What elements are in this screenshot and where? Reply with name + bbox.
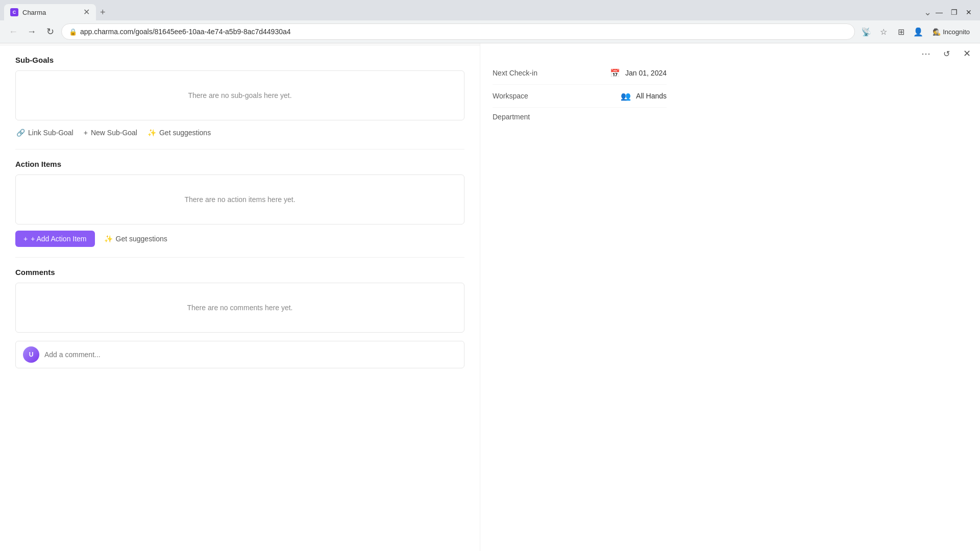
lock-icon: 🔒 — [69, 28, 77, 36]
workspace-value-container: 👥 All Hands — [620, 90, 667, 102]
action-items-title: Action Items — [15, 160, 464, 168]
forward-button[interactable]: → — [24, 24, 39, 39]
plus-icon: + — [84, 129, 88, 137]
action-items-suggestions-button[interactable]: ✨ Get suggestions — [103, 233, 168, 245]
reload-button[interactable]: ↻ — [43, 24, 57, 39]
workspace-label: Workspace — [493, 92, 528, 100]
close-icon: ✕ — [963, 48, 971, 59]
next-checkin-value-container: 📅 Jan 01, 2024 — [609, 67, 667, 79]
action-sparkle-icon: ✨ — [104, 235, 113, 243]
workspace-icon: 👥 — [620, 90, 632, 102]
next-checkin-label: Next Check-in — [493, 69, 537, 77]
incognito-label: Incognito — [943, 28, 970, 36]
profile-icon[interactable]: 👤 — [911, 24, 925, 39]
new-subgoal-button[interactable]: + New Sub-Goal — [83, 127, 138, 139]
tab-favicon: C — [10, 8, 18, 16]
comments-title: Comments — [15, 268, 464, 277]
cast-icon[interactable]: 📡 — [859, 24, 873, 39]
workspace-row: Workspace 👥 All Hands — [493, 85, 667, 108]
tab-menu-button[interactable]: ⌄ — [924, 7, 932, 18]
right-sidebar: Next Check-in 📅 Jan 01, 2024 Workspace 👥… — [480, 43, 679, 551]
calendar-icon: 📅 — [609, 67, 621, 79]
minimize-button[interactable]: — — [932, 6, 947, 18]
comments-empty-message: There are no comments here yet. — [187, 304, 293, 312]
panel-close-button[interactable]: ✕ — [959, 45, 975, 62]
add-action-icon: + — [23, 235, 28, 243]
subgoals-suggestions-label: Get suggestions — [159, 129, 211, 137]
subgoals-section: Sub-Goals There are no sub-goals here ye… — [0, 45, 480, 149]
tab-title: Charma — [22, 9, 79, 16]
bookmark-star-icon[interactable]: ☆ — [876, 24, 891, 39]
action-items-empty-box: There are no action items here yet. — [15, 174, 464, 224]
url-text: app.charma.com/goals/81645ee6-10aa-4e74-… — [80, 28, 291, 36]
action-items-suggestions-label: Get suggestions — [116, 235, 167, 243]
subgoals-title: Sub-Goals — [15, 56, 464, 64]
sparkle-icon: ✨ — [148, 129, 156, 137]
more-options-button[interactable]: ⋯ — [918, 45, 934, 62]
next-checkin-value: Jan 01, 2024 — [625, 69, 667, 77]
user-avatar: U — [23, 346, 39, 363]
browser-grid-icon[interactable]: ⊞ — [894, 24, 908, 39]
add-action-item-button[interactable]: + + Add Action Item — [15, 231, 95, 247]
comments-empty-box: There are no comments here yet. — [15, 283, 464, 333]
workspace-value: All Hands — [636, 92, 667, 100]
department-row: Department — [493, 108, 667, 126]
incognito-icon: 🕵️ — [933, 28, 941, 36]
address-bar[interactable]: 🔒 app.charma.com/goals/81645ee6-10aa-4e7… — [61, 23, 855, 40]
browser-tab[interactable]: C Charma ✕ — [4, 4, 96, 20]
comment-input[interactable] — [44, 350, 457, 359]
link-subgoal-button[interactable]: 🔗 Link Sub-Goal — [15, 127, 75, 139]
subgoals-suggestions-button[interactable]: ✨ Get suggestions — [146, 127, 212, 139]
history-icon: ↺ — [943, 49, 950, 59]
main-content: Sub-Goals There are no sub-goals here ye… — [0, 43, 480, 551]
more-options-icon: ⋯ — [921, 48, 930, 59]
comments-section: Comments There are no comments here yet.… — [0, 258, 480, 379]
incognito-button[interactable]: 🕵️ Incognito — [928, 26, 974, 38]
action-items-section: Action Items There are no action items h… — [0, 149, 480, 257]
link-icon: 🔗 — [16, 129, 25, 137]
comment-input-row: U — [15, 341, 464, 368]
window-close-button[interactable]: ✕ — [962, 6, 976, 18]
subgoals-empty-box: There are no sub-goals here yet. — [15, 70, 464, 120]
subgoals-empty-message: There are no sub-goals here yet. — [188, 91, 291, 99]
new-tab-button[interactable]: + — [96, 5, 110, 20]
tab-close-button[interactable]: ✕ — [83, 8, 90, 16]
next-checkin-row: Next Check-in 📅 Jan 01, 2024 — [493, 62, 667, 85]
history-button[interactable]: ↺ — [938, 45, 954, 62]
action-items-empty-message: There are no action items here yet. — [184, 195, 295, 204]
action-items-actions: + + Add Action Item ✨ Get suggestions — [15, 231, 464, 247]
add-action-label: + Add Action Item — [31, 235, 86, 243]
subgoals-actions: 🔗 Link Sub-Goal + New Sub-Goal ✨ Get sug… — [15, 127, 464, 139]
link-subgoal-label: Link Sub-Goal — [28, 129, 74, 137]
maximize-button[interactable]: ❐ — [947, 6, 962, 18]
back-button[interactable]: ← — [6, 24, 20, 39]
department-label: Department — [493, 113, 530, 121]
new-subgoal-label: New Sub-Goal — [91, 129, 137, 137]
